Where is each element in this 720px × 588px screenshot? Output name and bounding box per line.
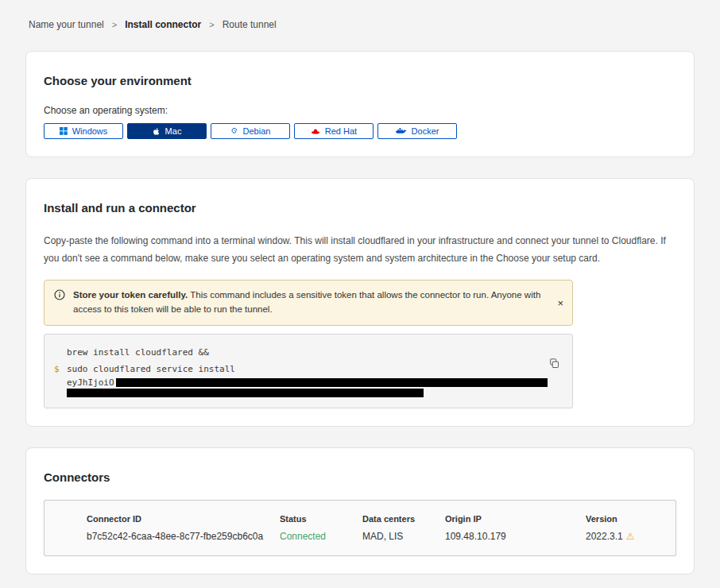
token-warning-bold: Store your token carefully. xyxy=(73,290,188,300)
column-header-version: Version xyxy=(586,514,668,524)
os-button-redhat[interactable]: Red Hat xyxy=(294,123,374,139)
environment-card-title: Choose your environment xyxy=(44,74,676,87)
column-header-connector-id: Connector ID xyxy=(87,514,280,524)
os-button-windows[interactable]: Windows xyxy=(44,123,123,139)
code-line-1: brew install cloudflared && xyxy=(54,345,559,362)
os-button-group: Windows Mac Debian Red Hat xyxy=(44,123,676,139)
token-warning-banner: Store your token carefully. This command… xyxy=(44,280,573,326)
docker-icon xyxy=(396,127,407,135)
token-visible-prefix: eyJhIjoiO xyxy=(67,377,114,388)
shell-prompt: $ xyxy=(54,362,67,378)
windows-icon xyxy=(60,127,68,135)
breadcrumb-step-name-your-tunnel[interactable]: Name your tunnel xyxy=(29,19,104,30)
connectors-card-title: Connectors xyxy=(44,470,676,484)
apple-icon xyxy=(153,127,161,136)
install-connector-card: Install and run a connector Copy-paste t… xyxy=(25,178,695,427)
redaction-bar xyxy=(116,378,548,387)
debian-icon xyxy=(230,127,238,135)
close-icon[interactable]: × xyxy=(557,298,563,308)
redaction-bar xyxy=(67,389,424,397)
code-command: sudo cloudflared service install eyJhIjo… xyxy=(67,362,548,397)
cell-status: Connected xyxy=(280,531,362,542)
version-warning-icon: ⚠ xyxy=(626,531,635,542)
environment-card: Choose your environment Choose an operat… xyxy=(25,51,695,157)
connectors-card: Connectors Connector ID Status Data cent… xyxy=(25,447,695,574)
breadcrumb-separator: > xyxy=(112,20,117,29)
cell-origin-ip: 109.48.10.179 xyxy=(445,531,586,542)
os-button-debian[interactable]: Debian xyxy=(211,123,290,139)
redhat-icon xyxy=(311,128,320,135)
code-line-2-text: sudo cloudflared service install xyxy=(67,362,548,378)
token-line: eyJhIjoiO xyxy=(67,378,548,388)
column-header-status: Status xyxy=(280,514,362,524)
os-button-label: Windows xyxy=(72,126,108,136)
os-button-label: Mac xyxy=(165,126,182,136)
column-header-data-centers: Data centers xyxy=(362,514,445,524)
cell-data-centers: MAD, LIS xyxy=(362,531,445,542)
cell-connector-id: b7c52c42-6caa-48ee-8c77-fbe259cb6c0a xyxy=(87,531,280,542)
column-header-origin-ip: Origin IP xyxy=(445,514,586,524)
os-button-label: Red Hat xyxy=(325,126,357,136)
breadcrumb-separator: > xyxy=(209,20,214,29)
page: Name your tunnel > Install connector > R… xyxy=(0,0,720,588)
code-line-1-text: brew install cloudflared && xyxy=(67,345,209,362)
install-card-title: Install and run a connector xyxy=(44,201,676,215)
version-value: 2022.3.1 xyxy=(586,531,623,542)
os-button-label: Docker xyxy=(412,126,439,136)
connectors-table: Connector ID Status Data centers Origin … xyxy=(44,500,676,556)
os-button-docker[interactable]: Docker xyxy=(377,123,457,139)
info-icon xyxy=(54,289,65,305)
install-command-block: brew install cloudflared && $ sudo cloud… xyxy=(44,334,573,408)
breadcrumb-step-install-connector[interactable]: Install connector xyxy=(125,19,201,30)
os-select-label: Choose an operating system: xyxy=(44,105,676,116)
code-line-2: $ sudo cloudflared service install eyJhI… xyxy=(54,362,559,397)
cell-version: 2022.3.1⚠ xyxy=(586,531,668,542)
install-card-description: Copy-paste the following command into a … xyxy=(44,232,676,267)
breadcrumb: Name your tunnel > Install connector > R… xyxy=(29,19,691,30)
os-button-label: Debian xyxy=(243,126,271,136)
token-warning-text: Store your token carefully. This command… xyxy=(73,288,545,317)
os-button-mac[interactable]: Mac xyxy=(127,123,207,139)
breadcrumb-step-route-tunnel[interactable]: Route tunnel xyxy=(223,19,277,30)
copy-icon[interactable] xyxy=(549,358,559,375)
